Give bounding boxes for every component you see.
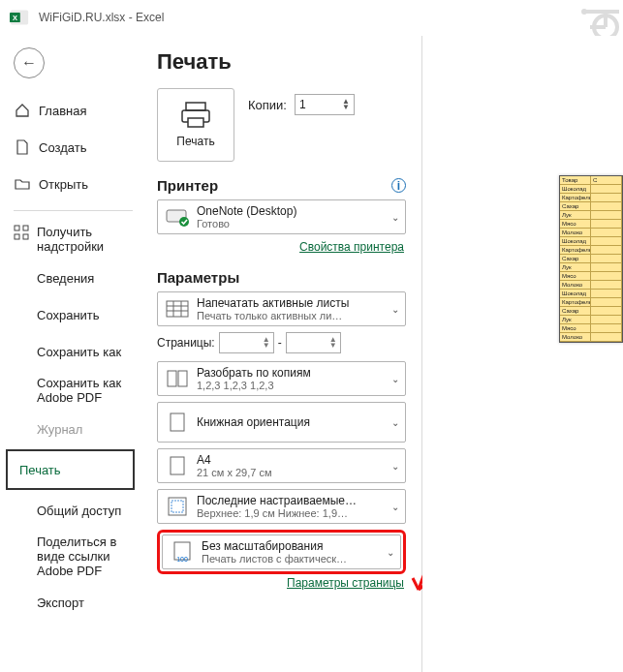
- preview-table-cell: Сахар: [560, 202, 591, 210]
- copies-input[interactable]: 1 ▲▼: [295, 94, 355, 115]
- titlebar: X WiFiGiD.RU.xlsx - Excel: [0, 0, 623, 36]
- sidebar-label: Поделиться в виде ссылки Adobe PDF: [37, 535, 131, 578]
- margins-select[interactable]: Последние настраиваемые…Верхнее: 1,9 см …: [157, 489, 406, 524]
- preview-table-cell: Сахар: [560, 255, 591, 262]
- preview-table-cell: [591, 229, 622, 236]
- spinner-icon: ▲▼: [263, 337, 270, 349]
- highlighted-annotation: 100 Без масштабированияПечать листов с ф…: [157, 530, 406, 574]
- preview-table-cell: [591, 290, 622, 297]
- sidebar-item-saveas-pdf[interactable]: Сохранить как Adobe PDF: [0, 370, 140, 411]
- sidebar-item-share[interactable]: Общий доступ: [0, 492, 140, 529]
- dropdown-line2: Готово: [197, 218, 388, 229]
- chevron-down-icon: ⌄: [391, 417, 399, 428]
- sidebar-label: Главная: [39, 104, 86, 118]
- sidebar-item-history: Журнал: [0, 411, 140, 447]
- preview-table-cell: [591, 272, 622, 280]
- collate-select[interactable]: Разобрать по копиям1,2,3 1,2,3 1,2,3 ⌄: [157, 361, 406, 396]
- folder-open-icon: [14, 177, 31, 191]
- sidebar-item-export[interactable]: Экспорт: [0, 584, 140, 621]
- arrow-left-icon: ←: [21, 55, 37, 71]
- dropdown-line2: Печать только активных ли…: [197, 310, 388, 321]
- preview-table-cell: [591, 185, 622, 193]
- preview-table-cell: Картофель: [560, 246, 591, 254]
- page-to-input[interactable]: ▲▼: [286, 332, 341, 353]
- excel-icon: X: [10, 8, 29, 27]
- preview-table-cell: Шоколад: [560, 185, 591, 193]
- portrait-orientation-icon: [164, 412, 191, 432]
- sidebar-item-save[interactable]: Сохранить: [0, 296, 140, 333]
- sidebar-item-home[interactable]: Главная: [0, 92, 140, 129]
- printer-select[interactable]: OneNote (Desktop)Готово ⌄: [157, 199, 406, 234]
- back-button[interactable]: ←: [14, 47, 45, 78]
- printer-ready-icon: [164, 206, 191, 228]
- print-button[interactable]: Печать: [157, 88, 234, 162]
- sidebar-label: Печать: [19, 463, 61, 477]
- info-icon[interactable]: i: [391, 178, 406, 193]
- preview-table-cell: [591, 333, 622, 341]
- svg-rect-14: [167, 301, 188, 317]
- preview-table-cell: [591, 255, 622, 262]
- sidebar-item-saveas[interactable]: Сохранить как: [0, 333, 140, 370]
- printer-properties-link[interactable]: Свойства принтера: [157, 240, 404, 254]
- svg-rect-8: [23, 234, 28, 239]
- sidebar-label: Сведения: [37, 271, 94, 286]
- print-what-select[interactable]: Напечатать активные листыПечать только а…: [157, 291, 406, 326]
- print-panel: Печать Печать Копии: 1 ▲▼ Принте: [141, 36, 422, 672]
- collate-icon: [164, 370, 191, 387]
- sidebar-item-print[interactable]: Печать: [6, 449, 135, 490]
- svg-rect-5: [15, 226, 19, 230]
- svg-rect-9: [186, 103, 205, 110]
- margins-icon: [164, 497, 191, 516]
- svg-text:X: X: [13, 14, 17, 22]
- sidebar-item-info[interactable]: Сведения: [0, 260, 140, 296]
- preview-table-cell: [591, 298, 622, 306]
- preview-table-cell: Лук: [560, 263, 591, 271]
- dropdown-line2: 21 см x 29,7 см: [197, 467, 388, 478]
- chevron-down-icon: ⌄: [391, 502, 399, 512]
- sidebar-label: Сохранить как Adobe PDF: [37, 376, 131, 405]
- page-title: Печать: [157, 49, 406, 75]
- orientation-select[interactable]: Книжная ориентация ⌄: [157, 402, 406, 443]
- svg-rect-11: [188, 118, 203, 127]
- preview-table-cell: Лук: [560, 316, 591, 323]
- preview-table-cell: [591, 316, 622, 323]
- preview-table-cell: Мясо: [560, 272, 591, 280]
- svg-rect-6: [23, 226, 28, 230]
- dropdown-line2: 1,2,3 1,2,3 1,2,3: [197, 380, 388, 391]
- preview-table-cell: [591, 307, 622, 315]
- svg-rect-16: [178, 371, 187, 386]
- page-setup-link[interactable]: Параметры страницы: [157, 576, 404, 590]
- sidebar-label: Открыть: [39, 177, 88, 192]
- preview-table-cell: [591, 202, 622, 210]
- sidebar-item-addins[interactable]: Получить надстройки: [0, 219, 140, 260]
- dropdown-line1: Последние настраиваемые…: [197, 494, 388, 507]
- page-icon: [164, 456, 191, 475]
- svg-rect-17: [171, 413, 184, 431]
- preview-table-cell: [591, 194, 622, 201]
- svg-rect-15: [168, 371, 176, 386]
- page-from-input[interactable]: ▲▼: [219, 332, 274, 353]
- sidebar-separator: [14, 210, 133, 211]
- dropdown-line1: Напечатать активные листы: [197, 296, 388, 310]
- sidebar-item-new[interactable]: Создать: [0, 129, 140, 166]
- sidebar-label: Экспорт: [37, 596, 84, 610]
- scaling-select[interactable]: 100 Без масштабированияПечать листов с ф…: [162, 535, 401, 569]
- sidebar-item-share-pdf-link[interactable]: Поделиться в виде ссылки Adobe PDF: [0, 529, 140, 584]
- paper-size-select[interactable]: A421 см x 29,7 см ⌄: [157, 448, 406, 483]
- preview-table-cell: [591, 211, 622, 219]
- backstage-sidebar: ← Главная Создать Открыть Получить надст…: [0, 36, 141, 672]
- dropdown-line1: A4: [197, 453, 388, 467]
- file-new-icon: [14, 139, 31, 155]
- preview-table-cell: Картофель: [560, 298, 591, 306]
- sidebar-item-open[interactable]: Открыть: [0, 166, 140, 202]
- dropdown-line1: OneNote (Desktop): [197, 204, 388, 218]
- svg-rect-18: [171, 457, 184, 474]
- svg-text:100: 100: [176, 556, 188, 563]
- sidebar-label: Получить надстройки: [37, 225, 131, 254]
- dropdown-line1: Книжная ориентация: [197, 415, 388, 429]
- preview-table-cell: Шоколад: [560, 290, 591, 297]
- window-title: WiFiGiD.RU.xlsx - Excel: [39, 11, 164, 24]
- svg-rect-7: [15, 234, 19, 239]
- dropdown-line2: Печать листов с фактическ…: [202, 553, 383, 565]
- preview-table-cell: Молоко: [560, 229, 591, 236]
